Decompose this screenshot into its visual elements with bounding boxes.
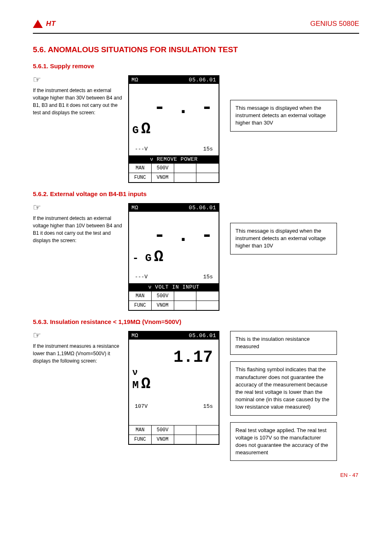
brand-text: HT — [46, 20, 56, 28]
hand-icon: ☞ — [33, 202, 41, 213]
subhead-2: 5.6.2. External voltage on B4-B1 inputs — [33, 190, 359, 197]
softval: MAN — [129, 291, 152, 301]
section-title: 5.6. ANOMALOUS SITUATIONS FOR INSULATION… — [33, 45, 359, 54]
dev-top-left: MΩ — [131, 333, 138, 339]
dev-top-right: 05.06.01 — [189, 333, 216, 339]
page-number: EN - 47 — [340, 472, 358, 478]
model-text: GENIUS 5080E — [59, 20, 359, 28]
softval — [196, 164, 219, 173]
subhead-1: 5.6.1. Supply remove — [33, 62, 359, 69]
softval — [174, 164, 197, 173]
left-text-3: If the instrument measures a resistance … — [33, 342, 125, 365]
volt-reading: ---V — [135, 274, 148, 280]
warn-bar: ν VOLT IN INPUT — [129, 283, 219, 291]
hand-icon: ☞ — [33, 74, 41, 85]
secs-reading: 15s — [203, 403, 213, 409]
callout: This is the insulation resistance measur… — [230, 331, 337, 355]
softlabel: FUNC — [129, 173, 152, 182]
unit-prefix: - G — [132, 252, 152, 264]
volt-reading: 107V — [135, 403, 148, 409]
secs-reading: 15s — [203, 274, 213, 280]
secs-reading: 15s — [203, 146, 213, 152]
softlabel: VNOM — [152, 301, 174, 310]
dev-top-right: 05.06.01 — [189, 205, 216, 211]
left-text-1: If the instrument detects an external vo… — [33, 87, 125, 116]
callout: Real test voltage applied. The real test… — [230, 422, 337, 461]
softlabel — [174, 301, 197, 310]
softlabel — [174, 173, 197, 182]
device-2: MΩ 05.06.01 - . - - G Ω ---V 15s ν VOLT … — [128, 203, 219, 311]
omega-icon: Ω — [141, 120, 151, 138]
softval: 500V — [152, 426, 174, 435]
softlabel: VNOM — [152, 173, 174, 182]
bolt-icon: ν — [132, 368, 138, 377]
callout: This flashing symbol indicates that the … — [230, 361, 337, 415]
device-1: MΩ 05.06.01 - . - G Ω ---V 15s ν REMOVE … — [128, 75, 219, 183]
softval: 500V — [152, 164, 174, 173]
softlabel — [196, 173, 219, 182]
omega-icon: Ω — [141, 375, 151, 393]
callout: This message is displayed when the instr… — [230, 100, 337, 132]
softval — [174, 426, 197, 435]
block-1: ☞ If the instrument detects an external … — [33, 75, 359, 183]
header-rule — [33, 33, 359, 34]
warn-bar: ν REMOVE POWER — [129, 155, 219, 163]
device-3: MΩ 05.06.01 1.17 ν M Ω 107V 15s — [128, 331, 219, 445]
softlabel: FUNC — [129, 435, 152, 444]
softval — [196, 291, 219, 301]
unit-prefix: G — [132, 124, 139, 136]
left-text-2: If the instrument detects an external vo… — [33, 215, 125, 244]
softval: 500V — [152, 291, 174, 301]
hand-icon: ☞ — [33, 330, 41, 340]
reading: - . - — [132, 226, 215, 245]
block-2: ☞ If the instrument detects an external … — [33, 203, 359, 311]
volt-reading: ---V — [135, 146, 148, 152]
reading: - . - — [132, 98, 215, 118]
softval: MAN — [129, 426, 152, 435]
brand-triangle-icon — [33, 20, 43, 28]
unit-prefix: M — [132, 379, 139, 391]
softval — [174, 291, 197, 301]
softval — [196, 426, 219, 435]
softval: MAN — [129, 164, 152, 173]
dev-top-right: 05.06.01 — [189, 77, 216, 83]
brand-row: HT GENIUS 5080E — [33, 16, 359, 31]
softlabel — [196, 435, 219, 444]
callout: This message is displayed when the instr… — [230, 223, 337, 254]
dev-top-left: MΩ — [131, 205, 138, 211]
subhead-3: 5.6.3. Insulation resistance < 1,19MΩ (V… — [33, 318, 359, 325]
omega-icon: Ω — [154, 248, 164, 266]
softlabel — [174, 435, 197, 444]
softlabel — [196, 301, 219, 310]
dev-top-left: MΩ — [131, 77, 138, 83]
softlabel: VNOM — [152, 435, 174, 444]
block-3: ☞ If the instrument measures a resistanc… — [33, 331, 359, 461]
reading: 1.17 — [132, 349, 215, 366]
softlabel: FUNC — [129, 301, 152, 310]
